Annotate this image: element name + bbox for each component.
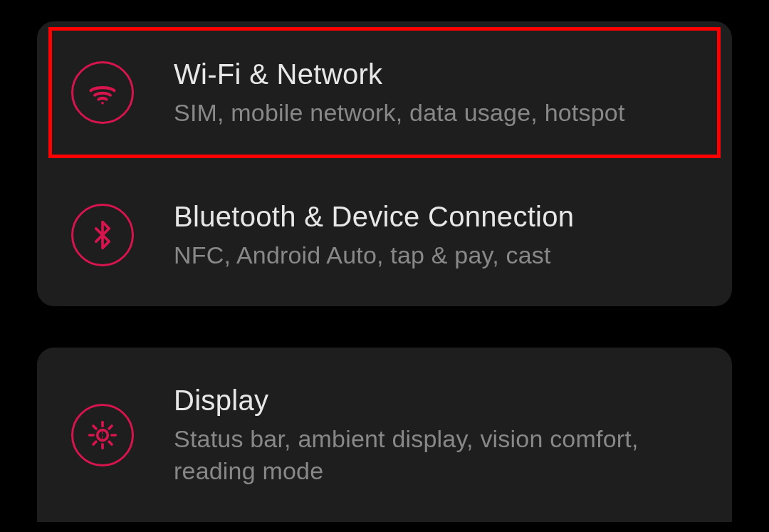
item-subtitle: SIM, mobile network, data usage, hotspot xyxy=(174,97,625,128)
item-subtitle: Status bar, ambient display, vision comf… xyxy=(174,423,703,486)
svg-line-6 xyxy=(93,426,96,429)
item-subtitle: NFC, Android Auto, tap & pay, cast xyxy=(174,239,574,271)
svg-line-9 xyxy=(109,426,112,429)
svg-line-8 xyxy=(93,442,96,444)
settings-card-network: Wi-Fi & Network SIM, mobile network, dat… xyxy=(37,21,732,306)
item-title: Display xyxy=(174,383,703,417)
item-text-block: Display Status bar, ambient display, vis… xyxy=(174,383,703,486)
bluetooth-icon xyxy=(71,204,134,266)
settings-item-wifi-network[interactable]: Wi-Fi & Network SIM, mobile network, dat… xyxy=(37,21,732,164)
settings-item-bluetooth[interactable]: Bluetooth & Device Connection NFC, Andro… xyxy=(37,164,732,306)
item-text-block: Bluetooth & Device Connection NFC, Andro… xyxy=(174,199,574,271)
svg-point-0 xyxy=(101,102,104,105)
item-title: Wi-Fi & Network xyxy=(174,57,625,91)
item-title: Bluetooth & Device Connection xyxy=(174,199,574,234)
brightness-icon xyxy=(71,404,134,466)
settings-card-display: Display Status bar, ambient display, vis… xyxy=(37,348,732,521)
wifi-icon xyxy=(71,61,134,124)
settings-item-display[interactable]: Display Status bar, ambient display, vis… xyxy=(37,348,732,521)
svg-line-7 xyxy=(109,442,112,444)
item-text-block: Wi-Fi & Network SIM, mobile network, dat… xyxy=(174,57,625,128)
